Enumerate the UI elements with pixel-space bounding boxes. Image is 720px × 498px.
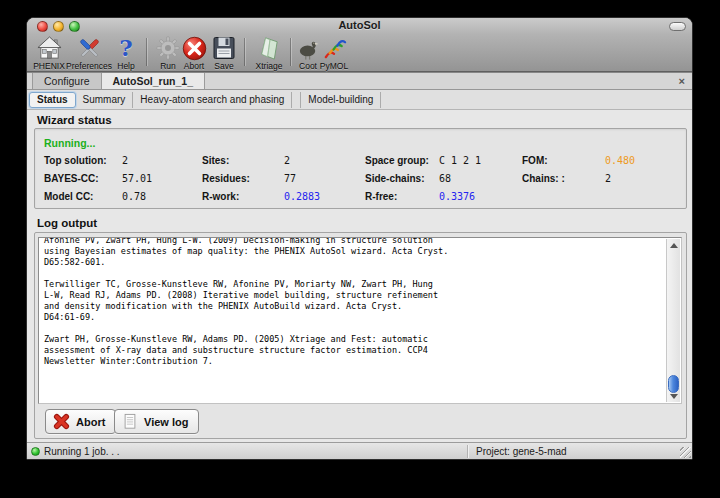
toolbar-xtriage-label: Xtriage bbox=[256, 61, 283, 71]
scrollbar-thumb[interactable] bbox=[668, 375, 679, 393]
toolbar-coot-label: Coot bbox=[299, 61, 317, 71]
view-log-button[interactable]: View log bbox=[114, 409, 199, 434]
status-bar-divider bbox=[467, 445, 468, 458]
field-label: Side-chains: bbox=[365, 173, 439, 184]
toolbar-save-button[interactable]: Save bbox=[210, 35, 238, 71]
save-floppy-icon bbox=[211, 35, 237, 61]
log-text: Afonine PV, Zwart PH, Hung L-W. (2009) D… bbox=[44, 237, 661, 367]
resize-grip[interactable] bbox=[680, 447, 691, 458]
toolbar-run-button[interactable]: Run bbox=[154, 35, 182, 71]
tab-autosol-run-1[interactable]: AutoSol_run_1_ bbox=[102, 72, 206, 89]
field-value-rwork: 0.2883 bbox=[284, 191, 365, 202]
field-value: 57.01 bbox=[122, 173, 202, 184]
toolbar-pymol-button[interactable]: PyMOL bbox=[318, 35, 350, 71]
subtab-heavy-atom-label: Heavy-atom search and phasing bbox=[140, 94, 284, 105]
wizard-status-heading: Wizard status bbox=[37, 114, 112, 126]
title-bar[interactable]: AutoSol bbox=[27, 18, 692, 34]
toolbar-separator bbox=[146, 38, 147, 66]
field-value: 0.78 bbox=[122, 191, 202, 202]
field-label: Model CC: bbox=[44, 191, 122, 202]
subtab-status-label: Status bbox=[37, 94, 68, 105]
log-text-area[interactable]: Afonine PV, Zwart PH, Hung L-W. (2009) D… bbox=[38, 237, 682, 404]
status-bar: Running 1 job. . . Project: gene-5-mad bbox=[27, 442, 692, 459]
toolbar-toggle-pill[interactable] bbox=[669, 22, 686, 31]
toolbar-phenix-label: PHENIX bbox=[33, 61, 65, 71]
toolbar-separator bbox=[244, 38, 245, 66]
toolbar-pymol-label: PyMOL bbox=[320, 61, 348, 71]
scroll-down-arrow[interactable] bbox=[667, 393, 680, 401]
pymol-ribbon-icon bbox=[321, 35, 347, 61]
wizard-status-panel: Running... Top solution: 2 Sites: 2 Spac… bbox=[34, 128, 687, 209]
field-value: 2 bbox=[605, 173, 686, 184]
help-question-icon: ? bbox=[113, 35, 139, 61]
wizard-metrics-grid: Top solution: 2 Sites: 2 Space group: C … bbox=[44, 155, 686, 202]
log-scrollbar[interactable] bbox=[666, 239, 680, 402]
abort-x-icon bbox=[53, 413, 70, 430]
document-icon bbox=[122, 413, 138, 430]
view-log-button-label: View log bbox=[144, 416, 188, 428]
phenix-home-icon bbox=[36, 35, 62, 61]
field-value-fom: 0.480 bbox=[605, 155, 686, 166]
xtriage-crystal-icon bbox=[256, 35, 282, 61]
field-label: R-work: bbox=[202, 191, 284, 202]
abort-button[interactable]: Abort bbox=[45, 409, 116, 434]
abort-button-label: Abort bbox=[76, 416, 105, 428]
subtab-model-building-label: Model-building bbox=[308, 94, 373, 105]
field-value: 2 bbox=[284, 155, 365, 166]
subtab-summary[interactable]: Summary bbox=[76, 92, 134, 108]
toolbar-abort-button[interactable]: Abort bbox=[179, 35, 209, 71]
field-label: Residues: bbox=[202, 173, 284, 184]
running-status-text: Running... bbox=[44, 137, 686, 149]
field-label: FOM: bbox=[522, 155, 605, 166]
abort-stop-icon bbox=[181, 35, 207, 61]
tab-configure[interactable]: Configure bbox=[32, 72, 102, 89]
autosol-window: AutoSol PHENIX bbox=[26, 17, 693, 460]
toolbar-separator bbox=[290, 38, 291, 66]
field-label: R-free: bbox=[365, 191, 439, 202]
status-running-text: Running 1 job. . . bbox=[44, 446, 120, 457]
field-label: BAYES-CC: bbox=[44, 173, 122, 184]
subtab-summary-label: Summary bbox=[83, 94, 126, 105]
field-value: C 1 2 1 bbox=[439, 155, 522, 166]
run-gear-icon bbox=[155, 35, 181, 61]
log-output-heading: Log output bbox=[37, 217, 97, 229]
status-green-dot-icon bbox=[31, 447, 40, 456]
preferences-tools-icon bbox=[76, 35, 102, 61]
field-value: 2 bbox=[122, 155, 202, 166]
field-label: Space group: bbox=[365, 155, 439, 166]
toolbar-run-label: Run bbox=[160, 61, 176, 71]
tab-strip: Configure AutoSol_run_1_ × bbox=[27, 72, 692, 90]
toolbar-xtriage-button[interactable]: Xtriage bbox=[251, 35, 287, 71]
toolbar-preferences-button[interactable]: Preferences bbox=[63, 35, 115, 71]
toolbar-save-label: Save bbox=[214, 61, 233, 71]
field-label: Chains: : bbox=[522, 173, 605, 184]
toolbar-abort-label: Abort bbox=[184, 61, 204, 71]
scroll-up-arrow[interactable] bbox=[667, 241, 680, 251]
field-label: Sites: bbox=[202, 155, 284, 166]
subtab-model-building[interactable]: Model-building bbox=[300, 92, 381, 108]
field-label: Top solution: bbox=[44, 155, 122, 166]
tab-configure-label: Configure bbox=[44, 75, 90, 87]
subtab-bar: Status Summary Heavy-atom search and pha… bbox=[27, 90, 692, 110]
window-title: AutoSol bbox=[27, 19, 692, 31]
toolbar-help-button[interactable]: ? Help bbox=[113, 35, 139, 71]
subtab-status[interactable]: Status bbox=[29, 92, 76, 108]
tab-autosol-run-1-label: AutoSol_run_1_ bbox=[113, 75, 194, 87]
main-toolbar: PHENIX Preferences ? Help bbox=[27, 34, 692, 72]
field-value-rfree: 0.3376 bbox=[439, 191, 522, 202]
field-value: 77 bbox=[284, 173, 365, 184]
status-project-text: Project: gene-5-mad bbox=[476, 446, 567, 457]
log-output-panel: Afonine PV, Zwart PH, Hung L-W. (2009) D… bbox=[34, 232, 687, 439]
tab-close-icon[interactable]: × bbox=[679, 74, 685, 88]
toolbar-preferences-label: Preferences bbox=[66, 61, 112, 71]
subtab-heavy-atom[interactable]: Heavy-atom search and phasing bbox=[133, 92, 292, 108]
toolbar-help-label: Help bbox=[117, 61, 134, 71]
field-value: 68 bbox=[439, 173, 522, 184]
